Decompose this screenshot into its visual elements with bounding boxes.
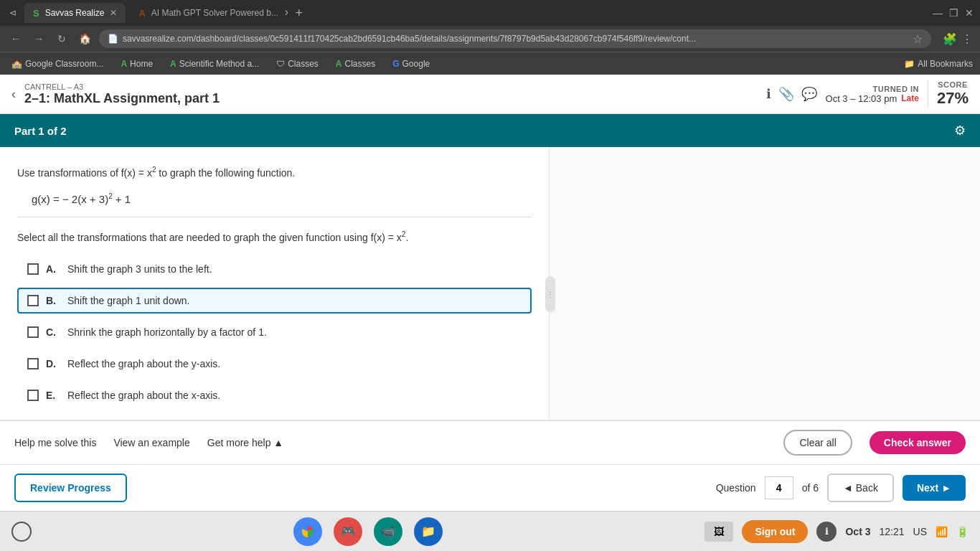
- app-back-button[interactable]: ‹: [11, 87, 16, 102]
- clear-all-button[interactable]: Clear all: [783, 430, 852, 456]
- option-text-b: Shift the graph 1 unit down.: [67, 295, 189, 306]
- info-icon[interactable]: ℹ: [766, 86, 771, 102]
- tab-bar-left: ⊲ S Savvas Realize ✕ A AI Math GPT Solve…: [6, 3, 303, 23]
- taskbar-chrome-icon[interactable]: [293, 517, 322, 546]
- turned-in-label: TURNED IN: [826, 85, 919, 93]
- bookmark-star-icon[interactable]: ☆: [913, 32, 923, 46]
- tab-ai-math[interactable]: A AI Math GPT Solver Powered b... ✕: [130, 3, 288, 23]
- tab-close-savvas[interactable]: ✕: [110, 8, 117, 18]
- checkbox-a[interactable]: [27, 263, 39, 275]
- ext-icon-1[interactable]: 🧩: [943, 32, 957, 46]
- late-badge: Late: [901, 93, 919, 103]
- bookmark-google-classroom[interactable]: 🏫 Google Classroom...: [7, 57, 108, 70]
- question-number: 4: [765, 476, 793, 499]
- header-icons: ℹ 📎 💬: [766, 86, 817, 102]
- maximize-button[interactable]: ❐: [948, 8, 958, 18]
- tab-savvas[interactable]: S Savvas Realize ✕: [24, 3, 126, 23]
- tab-bar: ⊲ S Savvas Realize ✕ A AI Math GPT Solve…: [0, 0, 980, 26]
- breadcrumb: CANTRELL – A3: [24, 83, 766, 91]
- help-me-solve-button[interactable]: Help me solve this: [14, 437, 96, 448]
- checkbox-b[interactable]: [27, 295, 39, 306]
- option-e[interactable]: E. Reflect the graph about the x-axis.: [17, 382, 532, 408]
- bookmark-classes-2[interactable]: A Classes: [331, 57, 380, 70]
- tab-label-savvas: Savvas Realize: [45, 8, 105, 18]
- taskbar-img-icon: 🖼: [705, 522, 733, 542]
- bookmark-home[interactable]: A Home: [116, 57, 157, 70]
- bookmark-scientific-method[interactable]: A Scientific Method a...: [166, 57, 263, 70]
- sign-out-button[interactable]: Sign out: [742, 520, 808, 543]
- browser-nav-icon: ⊲: [6, 6, 20, 20]
- taskbar-region: US: [913, 526, 927, 537]
- checkbox-c[interactable]: [27, 326, 39, 338]
- bookmark-label-home: Home: [130, 59, 153, 69]
- back-nav-button[interactable]: ←: [7, 33, 24, 44]
- ext-icon-2[interactable]: ⋮: [961, 32, 973, 46]
- taskbar-circle-icon: [11, 522, 32, 542]
- score-label: SCORE: [937, 80, 969, 89]
- attachment-icon[interactable]: 📎: [778, 86, 794, 102]
- close-button[interactable]: ✕: [964, 8, 974, 18]
- taskbar-meet-icon[interactable]: 📹: [374, 517, 402, 546]
- option-a[interactable]: A. Shift the graph 3 units to the left.: [17, 256, 532, 282]
- option-text-a: Shift the graph 3 units to the left.: [67, 263, 212, 275]
- bookmark-label-scientific: Scientific Method a...: [179, 59, 259, 69]
- bookmark-icon-google: G: [392, 59, 399, 69]
- option-letter-d: D.: [46, 358, 60, 369]
- get-more-help-button[interactable]: Get more help ▲: [207, 437, 283, 448]
- reload-button[interactable]: ↻: [53, 33, 70, 44]
- back-button[interactable]: ◄ Back: [827, 474, 894, 502]
- window-controls: — ❐ ✕: [933, 8, 974, 18]
- home-button[interactable]: 🏠: [76, 33, 93, 44]
- new-tab-button[interactable]: +: [295, 6, 303, 21]
- chat-icon[interactable]: 💬: [801, 86, 817, 102]
- option-d[interactable]: D. Reflect the graph about the y-axis.: [17, 351, 532, 377]
- header-title-section: CANTRELL – A3 2–1: MathXL Assignment, pa…: [24, 83, 766, 106]
- option-letter-e: E.: [46, 390, 60, 401]
- option-text-e: Reflect the graph about the x-axis.: [67, 390, 220, 401]
- review-progress-button[interactable]: Review Progress: [14, 474, 127, 502]
- os-taskbar: 🎮 📹 📁 🖼 Sign out ℹ Oct 3 12:21 US 📶 🔋: [0, 511, 980, 551]
- all-bookmarks[interactable]: 📁 All Bookmarks: [904, 59, 973, 69]
- check-answer-button[interactable]: Check answer: [870, 431, 966, 454]
- header-right: ℹ 📎 💬 TURNED IN Oct 3 – 12:03 pm Late SC…: [766, 80, 969, 108]
- option-b[interactable]: B. Shift the graph 1 unit down.: [17, 288, 532, 314]
- bookmark-google[interactable]: G Google: [388, 57, 434, 70]
- checkbox-e[interactable]: [27, 390, 39, 401]
- option-c[interactable]: C. Shrink the graph horizontally by a fa…: [17, 319, 532, 345]
- taskbar-app2-icon[interactable]: 🎮: [334, 517, 362, 546]
- checkbox-d[interactable]: [27, 358, 39, 369]
- wifi-icon: 📶: [936, 526, 948, 537]
- address-bar: ← → ↻ 🏠 📄 savvasrealize.com/dashboard/cl…: [0, 26, 980, 52]
- bookmark-label-classroom: Google Classroom...: [25, 59, 103, 69]
- tab-close-ai-math[interactable]: ✕: [284, 8, 288, 18]
- tab-icon-ai-math: A: [138, 8, 145, 19]
- forward-nav-button[interactable]: →: [30, 33, 47, 44]
- bookmark-icon-classroom: 🏫: [11, 59, 22, 69]
- turned-in-section: TURNED IN Oct 3 – 12:03 pm Late: [826, 85, 919, 104]
- url-bar[interactable]: 📄 savvasrealize.com/dashboard/classes/0c…: [99, 29, 931, 48]
- question-of: of 6: [802, 482, 819, 494]
- bottom-toolbar: Help me solve this View an example Get m…: [0, 420, 980, 464]
- taskbar-center: 🎮 📹 📁: [32, 517, 705, 546]
- taskbar-date: Oct 3: [845, 526, 870, 537]
- bookmark-label-classes2: Classes: [345, 59, 376, 69]
- tab-icon-savvas: S: [33, 8, 39, 19]
- scroll-dots-icon: ⋮: [547, 291, 554, 298]
- view-example-button[interactable]: View an example: [113, 437, 189, 448]
- favicon-icon: 📄: [108, 34, 118, 44]
- app-header: ‹ CANTRELL – A3 2–1: MathXL Assignment, …: [0, 75, 980, 114]
- divider: [17, 217, 532, 217]
- scroll-handle[interactable]: ⋮: [545, 276, 555, 312]
- minimize-button[interactable]: —: [933, 8, 943, 18]
- bookmark-classes-1[interactable]: 🛡 Classes: [272, 57, 323, 70]
- browser-chrome: ⊲ S Savvas Realize ✕ A AI Math GPT Solve…: [0, 0, 980, 75]
- taskbar-info-icon: ℹ: [816, 522, 837, 542]
- next-button[interactable]: Next ►: [903, 475, 966, 501]
- taskbar-time: 12:21: [880, 526, 905, 537]
- turned-in-date: Oct 3 – 12:03 pm Late: [826, 93, 919, 104]
- option-letter-a: A.: [46, 263, 60, 275]
- settings-icon[interactable]: ⚙: [954, 123, 966, 138]
- taskbar-files-icon[interactable]: 📁: [414, 517, 443, 546]
- app-content: ‹ CANTRELL – A3 2–1: MathXL Assignment, …: [0, 75, 980, 511]
- bookmarks-bar: 🏫 Google Classroom... A Home A Scientifi…: [0, 52, 980, 75]
